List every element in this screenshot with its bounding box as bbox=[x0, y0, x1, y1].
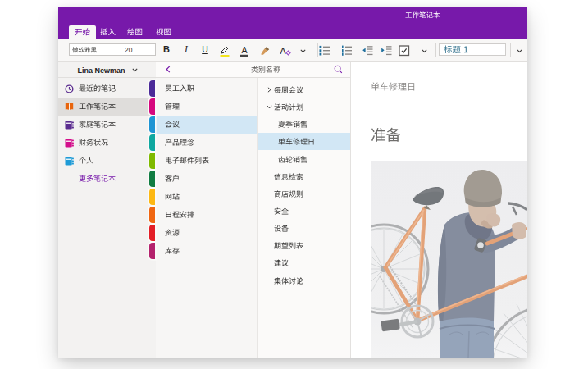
svg-text:A: A bbox=[241, 45, 247, 55]
svg-text:A: A bbox=[280, 45, 285, 55]
